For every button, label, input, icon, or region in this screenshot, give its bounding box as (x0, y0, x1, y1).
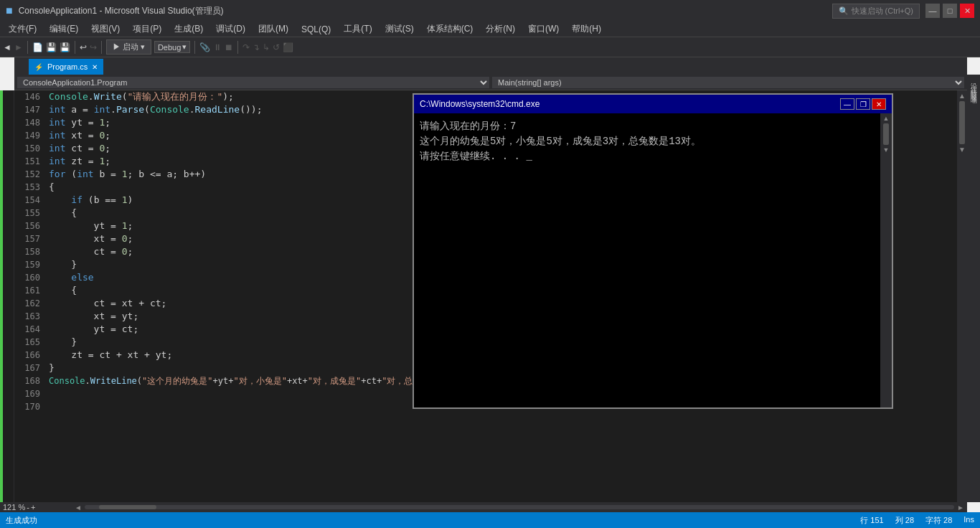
cmd-minimize-button[interactable]: — (840, 98, 854, 110)
horizontal-scrollbar[interactable]: ◄ ► (72, 502, 967, 512)
debug-dropdown[interactable]: Debug ▾ (154, 41, 190, 53)
ins-mode: Ins (963, 515, 974, 526)
cmd-restore-button[interactable]: ❐ (856, 98, 870, 110)
char-status: 字符 28 (925, 515, 952, 526)
menu-item-view[interactable]: 视图(V) (85, 22, 126, 37)
menu-bar: 文件(F) 编辑(E) 视图(V) 项目(P) 生成(B) 调试(D) 团队(M… (0, 22, 980, 37)
cmd-window: C:\Windows\system32\cmd.exe — ❐ ✕ 请输入现在的… (413, 93, 893, 409)
toolbar: ◄ ► 📄 💾 💾 ↩ ↪ ▶ 启动 ▾ Debug ▾ 📎 ⏸ ⏹ ↷ ↴ ↳… (0, 37, 980, 57)
toolbar-back-icon[interactable]: ◄ (3, 42, 11, 52)
menu-item-window[interactable]: 窗口(W) (522, 22, 565, 37)
vertical-scrollbar[interactable]: ▲ ▼ (957, 90, 967, 502)
cmd-titlebar: C:\Windows\system32\cmd.exe — ❐ ✕ (414, 95, 892, 113)
hscroll-thumb[interactable] (99, 505, 156, 509)
toolbar-pause-icon[interactable]: ⏸ (213, 42, 222, 52)
scroll-right-button[interactable]: ► (957, 504, 964, 512)
minimize-button[interactable]: — (925, 4, 940, 18)
close-button[interactable]: ✕ (960, 4, 974, 18)
tab-close-button[interactable]: ✕ (92, 63, 98, 71)
toolbar-breakall-icon[interactable]: ⬛ (283, 42, 293, 52)
quick-launch-input[interactable]: 快速启动 (Ctrl+Q) (852, 6, 913, 16)
build-status: 生成成功 (6, 515, 37, 526)
menu-item-edit[interactable]: 编辑(E) (44, 22, 84, 37)
zoom-level: 121 % (3, 503, 25, 512)
zoom-minus-button[interactable]: - (27, 503, 29, 512)
col-status: 列 28 (895, 515, 914, 526)
change-indicator (0, 90, 3, 502)
window-title: ConsoleApplication1 - Microsoft Visual S… (19, 5, 224, 17)
tab-program-cs[interactable]: ⚡ Program.cs ✕ (29, 59, 103, 75)
title-bar: ■ ConsoleApplication1 - Microsoft Visual… (0, 0, 980, 22)
toolbar-attach-icon[interactable]: 📎 (199, 42, 210, 52)
scroll-thumb[interactable] (959, 101, 965, 144)
toolbar-saveall-icon[interactable]: 💾 (60, 42, 70, 52)
tab-bar: ⚡ Program.cs ✕ (14, 57, 967, 75)
toolbar-stepinto-icon[interactable]: ↴ (253, 42, 260, 52)
search-icon: 🔍 (839, 6, 849, 16)
toolbar-undo-icon[interactable]: ↩ (80, 42, 87, 52)
cmd-content: 请输入现在的月份：7 这个月的幼兔是5对，小兔是5对，成兔是3对，总兔数是13对… (414, 113, 880, 407)
toolbar-new-icon[interactable]: 📄 (32, 42, 43, 52)
toolbar-stop-icon[interactable]: ⏹ (225, 42, 233, 52)
cmd-scrollbar[interactable]: ▲ ▼ (880, 113, 892, 407)
class-dropdown[interactable]: ConsoleApplication1.Program (17, 77, 489, 88)
cmd-scroll-up[interactable]: ▲ (883, 115, 890, 122)
menu-item-debug[interactable]: 调试(D) (210, 22, 251, 37)
menu-item-test[interactable]: 测试(S) (380, 22, 420, 37)
tab-filename: Program.cs (47, 62, 88, 71)
menu-item-project[interactable]: 项目(P) (127, 22, 167, 37)
toolbar-stepout-icon[interactable]: ↳ (263, 42, 270, 52)
toolbar-save-icon[interactable]: 💾 (46, 42, 57, 52)
breakpoint-gutter (0, 90, 14, 502)
menu-item-analyze[interactable]: 分析(N) (480, 22, 521, 37)
row-status: 行 151 (860, 515, 883, 526)
debug-dropdown-icon: ▾ (182, 42, 187, 52)
menu-item-sql[interactable]: SQL(Q) (296, 23, 336, 36)
cmd-scroll-thumb[interactable] (883, 123, 889, 145)
cmd-scroll-down[interactable]: ▼ (883, 146, 890, 154)
toolbar-restart-icon[interactable]: ↺ (273, 42, 280, 52)
zoom-area: 121 % - + (0, 502, 72, 512)
hscroll-track[interactable] (85, 505, 954, 509)
scroll-left-button[interactable]: ◄ (75, 504, 82, 512)
tab-icon: ⚡ (34, 63, 43, 71)
menu-item-build[interactable]: 生成(B) (169, 22, 209, 37)
menu-item-architecture[interactable]: 体系结构(C) (421, 22, 479, 37)
status-bar: 生成成功 行 151 列 28 字符 28 Ins (0, 512, 980, 528)
maximize-button[interactable]: □ (943, 4, 957, 18)
cmd-line-1: 请输入现在的月份：7 (420, 119, 875, 134)
cmd-line-3: 请按任意键继续. . . _ (420, 149, 875, 164)
vs-logo-icon: ■ (6, 4, 13, 17)
menu-item-tools[interactable]: 工具(T) (338, 22, 377, 37)
cmd-title: C:\Windows\system32\cmd.exe (420, 99, 540, 109)
right-sidebar: 沿 注 暗 暗 噪 喃 (967, 75, 980, 502)
nav-bar: ConsoleApplication1.Program Main(string[… (14, 75, 967, 90)
zoom-plus-button[interactable]: + (31, 503, 35, 512)
method-dropdown[interactable]: Main(string[] args) (492, 77, 964, 88)
cmd-line-2: 这个月的幼兔是5对，小兔是5对，成兔是3对，总兔数是13对。 (420, 134, 875, 149)
toolbar-stepover-icon[interactable]: ↷ (242, 42, 250, 52)
scroll-up-button[interactable]: ▲ (958, 92, 966, 100)
toolbar-forward-icon[interactable]: ► (14, 42, 23, 52)
cmd-close-button[interactable]: ✕ (872, 98, 886, 110)
start-button[interactable]: ▶ 启动 ▾ (106, 39, 151, 55)
menu-item-help[interactable]: 帮助(H) (566, 22, 607, 37)
menu-item-file[interactable]: 文件(F) (3, 22, 42, 37)
toolbar-redo-icon[interactable]: ↪ (90, 42, 97, 52)
line-numbers: 146 147 148 149 150 151 152 153 154 155 … (14, 90, 43, 502)
debug-label: Debug (158, 43, 181, 52)
menu-item-team[interactable]: 团队(M) (253, 22, 294, 37)
scroll-down-button[interactable]: ▼ (958, 146, 966, 154)
